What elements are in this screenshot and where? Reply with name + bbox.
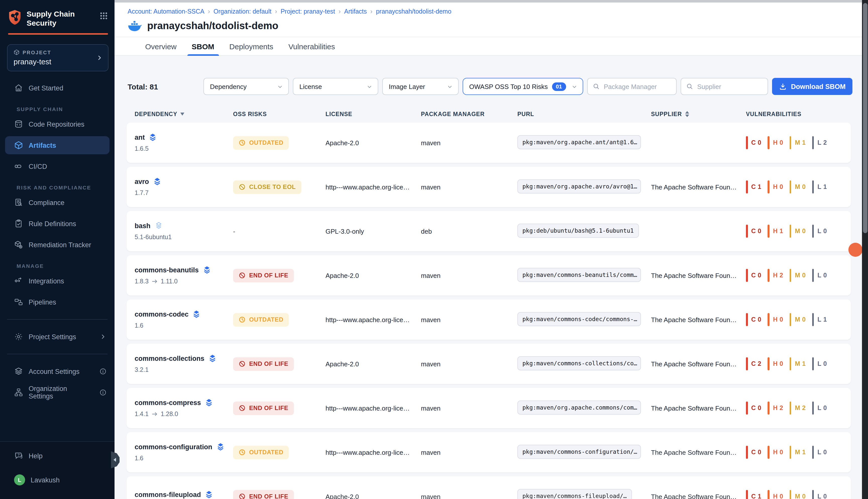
sidebar-item-artifacts[interactable]: Artifacts [5, 136, 110, 154]
app-switcher-grid-icon[interactable] [100, 12, 108, 20]
column-header-license: LICENSE [325, 111, 421, 117]
table-row[interactable]: ant 1.6.5 OUTDATED Apache-2.0 maven pkg:… [127, 123, 851, 163]
sidebar-item-code-repositories[interactable]: Code Repositories [0, 115, 114, 133]
project-selector[interactable]: PROJECT pranay-test [7, 44, 109, 71]
info-icon[interactable] [98, 368, 108, 375]
purl-pill[interactable]: pkg:maven/org.apache.avro/avro@1… [517, 179, 641, 193]
sidebar-user[interactable]: L Lavakush [0, 471, 114, 489]
breadcrumb-link[interactable]: Account: Automation-SSCA [127, 8, 204, 15]
purl-pill[interactable]: pkg:maven/org.apache.ant/ant@1.6… [517, 135, 641, 149]
severity-h: H0 [768, 313, 783, 326]
tab-deployments[interactable]: Deployments [229, 37, 273, 55]
severity-bar [790, 490, 791, 499]
version-from: 1.4.1 [135, 411, 149, 417]
breadcrumb-link[interactable]: Organization: default [213, 8, 272, 15]
risk-label: OUTDATED [249, 139, 283, 146]
severity-count: 2 [780, 272, 783, 279]
severity-letter: M [795, 272, 800, 279]
column-header-dependency[interactable]: DEPENDENCY [135, 111, 233, 117]
layers-icon [154, 222, 162, 230]
severity-letter: H [773, 183, 778, 191]
brand-divider [8, 33, 108, 35]
purl-pill[interactable]: pkg:maven/commons-codec/commons-… [517, 312, 641, 326]
severity-h: H0 [768, 446, 783, 459]
sidebar-item-integrations[interactable]: Integrations [0, 272, 114, 290]
scrollbar[interactable] [862, 0, 868, 499]
chevron-down-icon [366, 83, 373, 90]
severity-letter: L [818, 272, 821, 279]
sidebar-item-project-settings[interactable]: Project Settings [0, 328, 114, 346]
risk-label: END OF LIFE [249, 360, 288, 367]
severity-l: L0 [812, 269, 827, 282]
breadcrumb-link[interactable]: Project: pranay-test [281, 8, 335, 15]
sidebar-item-rule-definitions[interactable]: Rule Definitions [0, 215, 114, 233]
notification-dot[interactable] [848, 243, 863, 257]
table-row[interactable]: commons-fileupload END OF LIFE Apache-2.… [127, 476, 851, 499]
version-from: 1.6.5 [135, 145, 149, 152]
table-row[interactable]: commons-compress 1.4.1 1.28.0 END OF LIF… [127, 388, 851, 428]
supplier-input[interactable] [697, 83, 762, 90]
sidebar-item-organization-settings[interactable]: Organization Settings [0, 384, 114, 402]
table-row[interactable]: avro 1.7.7 CLOSE TO EOL http---www.apach… [127, 167, 851, 207]
license: http---www.apache.org-lice… [325, 316, 421, 324]
severity-bar [768, 180, 770, 194]
sidebar-item-compliance[interactable]: Compliance [0, 194, 114, 211]
purl-pill[interactable]: pkg:maven/commons-beanutils/comm… [517, 268, 641, 282]
severity-letter: H [773, 228, 778, 235]
sidebar-item-get-started[interactable]: Get Started [0, 79, 114, 97]
breadcrumb-link[interactable]: Artifacts [344, 8, 367, 15]
sort-icon[interactable] [685, 111, 689, 117]
sidebar-item-remediation-tracker[interactable]: Remediation Tracker [0, 236, 114, 254]
table-row[interactable]: commons-configuration 1.6 OUTDATED http-… [127, 432, 851, 472]
severity-bar [790, 446, 791, 459]
org-icon [14, 388, 23, 397]
svg-text:?: ? [17, 453, 20, 457]
sidebar-item-account-settings[interactable]: Account Settings [0, 362, 114, 380]
help-chat-icon: ? [14, 451, 23, 460]
filter-license[interactable]: License [293, 78, 378, 95]
dependency-version: 1.4.1 1.28.0 [135, 411, 233, 417]
column-header-supplier[interactable]: SUPPLIER [651, 111, 746, 117]
sort-desc-icon[interactable] [180, 112, 184, 115]
purl-pill[interactable]: pkg:deb/ubuntu/bash@5.1-6ubuntu1 [517, 223, 639, 238]
filter-image-layer[interactable]: Image Layer [382, 78, 459, 95]
severity-letter: L [818, 360, 821, 367]
table-row[interactable]: commons-collections 3.2.1 END OF LIFE Ap… [127, 344, 851, 384]
purl-pill[interactable]: pkg:maven/commons-configuration/… [517, 445, 641, 459]
sidebar-item-ci-cd[interactable]: CI/CD [0, 157, 114, 175]
purl-pill[interactable]: pkg:maven/commons-collections/co… [517, 356, 641, 370]
severity-count: 1 [758, 493, 761, 499]
download-sbom-button[interactable]: Download SBOM [772, 78, 853, 95]
severity-count: 0 [758, 316, 761, 323]
scrollbar-thumb[interactable] [863, 3, 867, 233]
severity-letter: L [818, 228, 821, 235]
table-row[interactable]: bash 5.1-6ubuntu1 - GPL-3.0-only deb pkg… [127, 211, 851, 251]
package-manager: maven [421, 360, 517, 368]
breadcrumb-link[interactable]: pranaycshah/todolist-demo [376, 8, 451, 15]
sidebar-item-help[interactable]: ? Help [0, 447, 114, 465]
tab-sbom[interactable]: SBOM [191, 37, 214, 55]
severity-letter: L [818, 183, 821, 191]
purl-pill[interactable]: pkg:maven/org.apache.commons/com… [517, 400, 641, 414]
oss-risk-badge: END OF LIFE [233, 490, 294, 499]
column-header-label: DEPENDENCY [135, 111, 177, 117]
filter-dependency[interactable]: Dependency [203, 78, 289, 95]
table-row[interactable]: commons-beanutils 1.8.3 1.11.0 END OF LI… [127, 255, 851, 295]
tab-vulnerabilities[interactable]: Vulnerabilities [288, 37, 335, 55]
tab-label: Deployments [229, 42, 273, 50]
layers-icon [153, 178, 161, 186]
sidebar-item-pipelines[interactable]: Pipelines [0, 293, 114, 311]
severity-l: L0 [812, 357, 827, 370]
severity-count: 0 [823, 360, 827, 367]
info-icon[interactable] [98, 389, 108, 396]
filter-owasp-oss-top10[interactable]: OWASP OSS Top 10 Risks 01 [463, 78, 583, 95]
table-row[interactable]: commons-codec 1.6 OUTDATED http---www.ap… [127, 300, 851, 340]
sidebar-item-label: Compliance [29, 199, 64, 206]
package-manager-input[interactable] [604, 83, 671, 90]
arrow-right-icon [152, 412, 158, 417]
user-name: Lavakush [30, 476, 60, 484]
purl-pill[interactable]: pkg:maven/commons-fileupload/… [517, 489, 632, 499]
tab-overview[interactable]: Overview [145, 37, 176, 55]
column-header-label: OSS RISKS [233, 111, 267, 117]
dependency-version: 1.7.7 [135, 190, 233, 196]
